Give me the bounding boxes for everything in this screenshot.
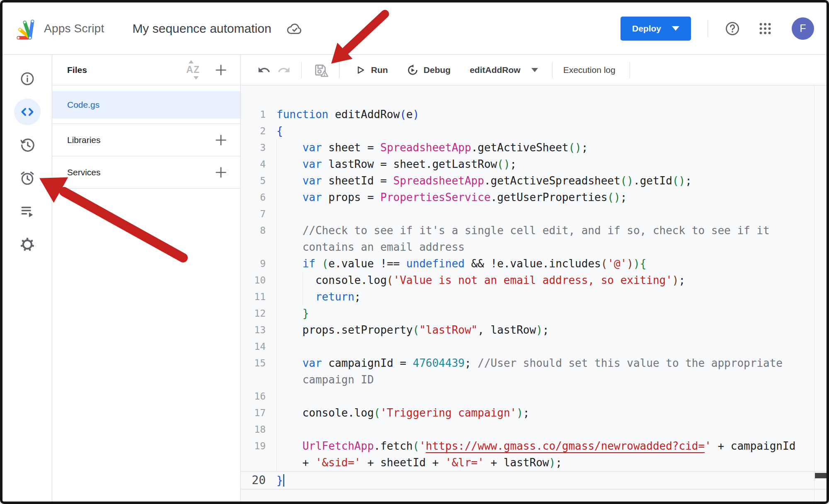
editor-toolbar: Run Debug editAddRow Execution log: [241, 55, 827, 85]
code-line[interactable]: + '&sid=' + sheetId + '&lr=' + lastRow);: [241, 454, 827, 471]
sidebar-item-editor[interactable]: [14, 99, 41, 125]
code-line[interactable]: 13 props.setProperty("lastRow", lastRow)…: [241, 322, 827, 338]
text-cursor: [283, 474, 284, 487]
line-number: 8: [241, 222, 266, 239]
left-rail: [2, 55, 52, 502]
settings-gear-icon: [19, 237, 35, 252]
toolbar-divider: [552, 62, 553, 78]
line-number: [241, 454, 266, 471]
line-number: 10: [241, 272, 266, 288]
google-apps-grid-icon[interactable]: [758, 21, 773, 36]
line-number: 17: [241, 405, 266, 421]
code-line[interactable]: 17 console.log('Triggering campaign');: [241, 405, 827, 421]
header: Apps Script My sequence automation Deplo…: [2, 2, 827, 55]
code-line[interactable]: 15 var campaignId = 47604439; //User sho…: [241, 355, 827, 371]
code-line[interactable]: 9 if (e.value !== undefined && !e.value.…: [241, 255, 827, 272]
save-button[interactable]: [309, 59, 332, 81]
execution-log-button[interactable]: Execution log: [560, 62, 619, 78]
line-number: 18: [241, 421, 266, 438]
code-line[interactable]: 2{: [241, 123, 827, 139]
add-service-button[interactable]: [214, 165, 228, 179]
code-line[interactable]: 5 var sheetId = SpreadsheetApp.getActive…: [241, 172, 827, 189]
add-library-button[interactable]: [214, 133, 228, 147]
line-number: 14: [241, 338, 266, 355]
project-title[interactable]: My sequence automation: [132, 22, 271, 36]
cloud-done-icon: [286, 22, 303, 36]
apps-script-logo: [14, 17, 37, 40]
add-file-button[interactable]: [214, 63, 228, 77]
toolbar-divider: [301, 62, 302, 78]
services-label: Services: [67, 167, 101, 177]
sidebar-item-project-history[interactable]: [14, 132, 41, 158]
line-number: 9: [241, 255, 266, 272]
avatar[interactable]: F: [792, 17, 814, 40]
header-divider: [708, 20, 708, 37]
sidebar-item-triggers[interactable]: [14, 165, 41, 191]
line-number: 4: [241, 156, 266, 172]
code-line[interactable]: 14: [241, 338, 827, 355]
toolbar-divider: [339, 62, 339, 78]
debug-icon: [406, 64, 419, 76]
line-number: 1: [241, 106, 266, 123]
editor-right-divider: [814, 85, 814, 502]
toolbar-divider: [630, 62, 630, 78]
editor-code-icon: [19, 104, 36, 120]
code-lines: 1function editAddRow(e)2{3 var sheet = S…: [241, 106, 827, 490]
code-line[interactable]: 16: [241, 388, 827, 405]
help-icon[interactable]: [725, 21, 740, 36]
code-line[interactable]: 3 var sheet = SpreadsheetApp.getActiveSh…: [241, 139, 827, 156]
code-line[interactable]: 18: [241, 421, 827, 438]
code-line[interactable]: 12 }: [241, 305, 827, 322]
code-line[interactable]: 19 UrlFetchApp.fetch('https://www.gmass.…: [241, 438, 827, 454]
line-number: 20: [241, 472, 266, 489]
undo-button[interactable]: [254, 60, 274, 80]
libraries-section: Libraries: [52, 124, 240, 156]
executions-list-icon: [19, 204, 35, 219]
debug-button[interactable]: Debug: [403, 61, 454, 80]
line-number: 12: [241, 305, 266, 322]
undo-icon: [257, 63, 271, 77]
scrollbar-thumb[interactable]: [815, 473, 827, 478]
code-line[interactable]: 6 var props = PropertiesService.getUserP…: [241, 189, 827, 206]
deploy-button[interactable]: Deploy: [621, 17, 691, 41]
sidebar-item-project-settings[interactable]: [14, 231, 41, 258]
files-panel-title: Files: [67, 65, 87, 75]
line-number: 19: [241, 438, 266, 454]
sidebar-item-executions[interactable]: [14, 198, 41, 225]
code-line[interactable]: 10 console.log('Value is not an email ad…: [241, 272, 827, 288]
code-line[interactable]: contains an email address: [241, 239, 827, 255]
apps-script-window: Apps Script My sequence automation Deplo…: [0, 0, 829, 504]
line-number: 2: [241, 123, 266, 139]
run-play-icon: [354, 64, 366, 76]
line-number: 11: [241, 288, 266, 305]
save-warning-icon: [313, 62, 328, 78]
run-button[interactable]: Run: [351, 61, 391, 79]
line-number: 13: [241, 322, 266, 338]
line-number: 6: [241, 189, 266, 206]
project-history-icon: [19, 137, 35, 153]
function-selector-dropdown[interactable]: editAddRow: [466, 62, 541, 78]
code-line[interactable]: 20}: [241, 471, 827, 490]
line-number: 15: [241, 355, 266, 371]
overview-info-icon: [20, 71, 35, 86]
redo-icon: [277, 63, 291, 77]
app-name: Apps Script: [44, 22, 104, 35]
code-line[interactable]: 11 return;: [241, 288, 827, 305]
sidebar-item-overview[interactable]: [14, 65, 41, 92]
chevron-down-icon: [531, 68, 538, 72]
line-number: 3: [241, 139, 266, 156]
line-number: [241, 371, 266, 388]
files-panel: Files AZ Code.gs Libraries: [52, 55, 241, 502]
code-line[interactable]: 8 //Check to see if it's a single cell e…: [241, 222, 827, 239]
code-line[interactable]: 4 var lastRow = sheet.getLastRow();: [241, 156, 827, 172]
code-line[interactable]: 1function editAddRow(e): [241, 106, 827, 123]
code-line[interactable]: 7: [241, 206, 827, 222]
code-line[interactable]: campaign ID: [241, 371, 827, 388]
redo-button[interactable]: [274, 60, 294, 80]
sort-az-icon[interactable]: AZ: [184, 61, 201, 79]
code-editor[interactable]: 1function editAddRow(e)2{3 var sheet = S…: [241, 85, 827, 502]
services-section: Services: [52, 156, 240, 189]
file-item-codegs[interactable]: Code.gs: [52, 91, 240, 119]
libraries-label: Libraries: [67, 135, 101, 145]
line-number: [241, 239, 266, 255]
